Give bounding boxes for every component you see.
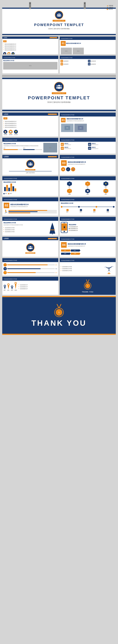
fill-2 bbox=[23, 149, 34, 150]
timeline-header: 专业此处添加相关文字内容 bbox=[60, 198, 116, 201]
tower-body: 精品品质商务文本内容 在此添加相关文字内容在此添加相关文字内容 在此添加相关文字… bbox=[2, 221, 58, 236]
tower-para: 在此添加相关文字内容在此添加相关文字内容 bbox=[4, 224, 46, 226]
num-01: 01 bbox=[61, 41, 66, 46]
clip-left bbox=[29, 2, 31, 9]
ty-top-bar bbox=[2, 296, 116, 297]
flow-icon-1: ↑ bbox=[4, 263, 7, 266]
phone-body: 📱 精品品质商务 在此添加相关文字 在此添加相关文字 bbox=[60, 221, 116, 234]
legend-orange bbox=[8, 193, 9, 194]
icons-slide: 专业此处添加相关文字内容 ★ 功能一 ⚙ 功能二 💡 功能三 🔑 功能四 bbox=[60, 176, 116, 196]
ng-text-03: 标题内容 在此添加相关文字 bbox=[64, 147, 71, 150]
runner-row: 🏃 bbox=[4, 210, 57, 214]
slide-02: 专业此处添加相关文字内容 02 就是在此添加标题内容文本 在此添加相关文字内容在… bbox=[2, 197, 58, 216]
bar-1: A bbox=[4, 187, 6, 192]
logo-full-text: LOGO bbox=[4, 156, 8, 158]
num-text-3: 在此添加内容 bbox=[64, 64, 68, 65]
flow-text-3 bbox=[7, 272, 55, 274]
slide-03-body: 03 就是在此添加标题内容文本 在此添加相关文字内容在此添加相关文字 bbox=[60, 159, 116, 167]
list-item-3: 就是在此添加标题内容文本 bbox=[3, 47, 58, 49]
num-item-4: 04 在此添加内容 bbox=[88, 63, 115, 66]
cover-slide-preview: LIANGJANG PPT POWERPOINT TEMPLET 宣传K汇报K咨… bbox=[2, 8, 116, 35]
ty-bottom-bar bbox=[2, 334, 116, 335]
slide-04-text: 就是在此添加标题内容文本 在此添加相关文字内容在此添加相关文字 bbox=[68, 243, 86, 247]
hex-3: 💡 bbox=[104, 181, 108, 186]
bird-svg bbox=[104, 263, 114, 274]
prog-2: 指标二 bbox=[23, 148, 42, 150]
logo-sub-text: 品牌汇报咨询商务 bbox=[26, 172, 35, 174]
mini-slide-01: 专业此处添加相关文字内容 01 就是在此添加标题内容文本 IMG IMG bbox=[60, 36, 116, 54]
num-text-4: 在此添加内容 bbox=[91, 64, 96, 65]
slide-04: 专业此处添加相关文字内容 04 就是在此添加标题内容文本 在此添加相关文字内容在… bbox=[60, 237, 116, 257]
mini-list: 就是在此添加标题内容文本 就是在此添加标题内容文本 就是在此添加标题内容文本 就… bbox=[3, 43, 58, 52]
bird-slide: 专业此处添加相关文字内容 在此添加相关文字内容 在此添加相关文字内容 在此添加相… bbox=[60, 258, 116, 276]
icon-item-5: 📈 功能五 bbox=[79, 188, 96, 195]
mini-content: 品牌 就是在此添加标题内容文本 就是在此添加标题内容文本 就是在此添加标题内容文… bbox=[2, 39, 58, 54]
logo-divider bbox=[9, 171, 52, 171]
arrow-box-1: 步骤一 bbox=[61, 250, 70, 252]
prog-1: 指标一 bbox=[4, 148, 22, 150]
tl-label-2: 2 阶段二 bbox=[74, 209, 88, 213]
bottom-accent-bar bbox=[2, 34, 116, 35]
mini-01-content: 01 就是在此添加标题内容文本 bbox=[60, 40, 116, 47]
content-grid-7: LOGO LIANGJANG PPT LIANGJANG PPT bbox=[2, 237, 116, 257]
dot-2 bbox=[69, 228, 70, 229]
arrow-2 bbox=[79, 249, 80, 252]
badge-num-01: 01 bbox=[61, 118, 66, 122]
slide-02-title: 就是在此添加标题内容文本 bbox=[10, 204, 29, 206]
phone-features: 在此添加相关文字 在此添加相关文字 在此添加相关文字 bbox=[69, 226, 114, 231]
ng-text-01: 标题内容 在此添加相关文字 bbox=[64, 143, 71, 146]
svg-point-34 bbox=[108, 267, 110, 269]
thankyou-preview-body: 1 THANK YOU bbox=[60, 277, 116, 295]
flow-icon-2: ★ bbox=[4, 267, 7, 270]
flow-icon-3: ⚡ bbox=[4, 271, 7, 274]
slide-02-text: 就是在此添加标题内容文本 在此添加相关文字内容在此添加相关文字 bbox=[10, 204, 29, 207]
ng-04: 04 标题内容 在此添加相关文字 bbox=[88, 147, 114, 150]
list-item-4: 就是在此添加标题内容文本 bbox=[3, 49, 58, 51]
main-cover-bottom bbox=[2, 110, 116, 111]
svg-point-16 bbox=[30, 162, 31, 164]
svg-point-28 bbox=[30, 246, 31, 248]
pin-svg-4 bbox=[14, 282, 17, 290]
svg-text:IMG: IMG bbox=[66, 127, 68, 128]
bar-fill-4 bbox=[10, 184, 12, 191]
content-grid-1: LOGO LIANGJANG PPT 品牌 就是在此添加标题内容文本 就是在此添… bbox=[2, 112, 116, 136]
svg-marker-38 bbox=[4, 287, 6, 290]
tower-title: 精品品质商务文本内容 bbox=[4, 222, 46, 224]
flow-step-3: ⚡ 60% bbox=[4, 271, 57, 274]
logo-list: 就是在此添加标题内容文本 就是在此添加标题内容文本 就是在此添加标题内容文本 就… bbox=[4, 120, 57, 129]
bar-3: C bbox=[8, 188, 10, 192]
hex-2: ⚙ bbox=[85, 181, 90, 186]
hex-5: 📈 bbox=[85, 188, 90, 194]
slide-02-icons: 🏃 bbox=[2, 210, 58, 216]
logo2-text: LOGO bbox=[4, 238, 8, 240]
phone-mockup: 📱 bbox=[61, 222, 68, 233]
cover-subtitle: 宣传K汇报K咨询计划K商务模板 bbox=[48, 28, 70, 30]
bird-content: 在此添加相关文字内容 在此添加相关文字内容 在此添加相关文字内容 bbox=[61, 263, 114, 274]
pins-text: 在此添加相关文字 在此添加相关文字 在此添加相关文字 bbox=[18, 283, 57, 291]
svg-point-32 bbox=[31, 246, 32, 248]
thankyou-preview-slide: 1 THANK YOU bbox=[60, 277, 116, 295]
text-image-slide: 专业此处添加相关文字内容 精品品质商务文本内容 在此添加相关文字内容在此添加相关… bbox=[2, 138, 58, 154]
flow-text-2 bbox=[7, 268, 55, 270]
badge-num-03: 03 bbox=[61, 160, 66, 166]
runner-icon: 🏃 bbox=[4, 210, 8, 214]
logo2-body: LIANGJANG PPT bbox=[2, 240, 58, 257]
pins-slide: 专业此处添加相关文字内容 位置一 bbox=[2, 277, 58, 295]
slide-01-title: 就是在此添加标题内容文本 bbox=[66, 118, 84, 120]
tower-text: 精品品质商务文本内容 在此添加相关文字内容在此添加相关文字内容 在此添加相关文字… bbox=[4, 222, 46, 234]
rocket-icon: 🚀 bbox=[71, 167, 75, 171]
main-cover-body: LIANGJANG PPT POWERPOINT TEMPLET 宣传K汇报K咨… bbox=[2, 79, 116, 110]
tower-header: 专业此处添加相关文字内容 bbox=[2, 217, 58, 221]
flow-text-1 bbox=[7, 264, 55, 266]
legend: 系列一 系列二 bbox=[4, 193, 57, 194]
icon-2: 📊 bbox=[7, 52, 10, 54]
bar-fill-3 bbox=[8, 188, 10, 191]
people-icon bbox=[57, 12, 62, 18]
star-icon: ★ bbox=[61, 167, 65, 171]
svg-point-39 bbox=[4, 285, 6, 286]
icon-col-2: 📊 在此添加 bbox=[9, 130, 12, 135]
thankyou-inner: 1 THANK YOU bbox=[2, 296, 116, 335]
slide-04-header: 专业此处添加相关文字内容 bbox=[60, 237, 116, 241]
icon-1: 🏠 bbox=[3, 52, 6, 54]
logo-full-body: LIANGJANG PPT 品牌汇报咨询商务 bbox=[2, 158, 58, 175]
